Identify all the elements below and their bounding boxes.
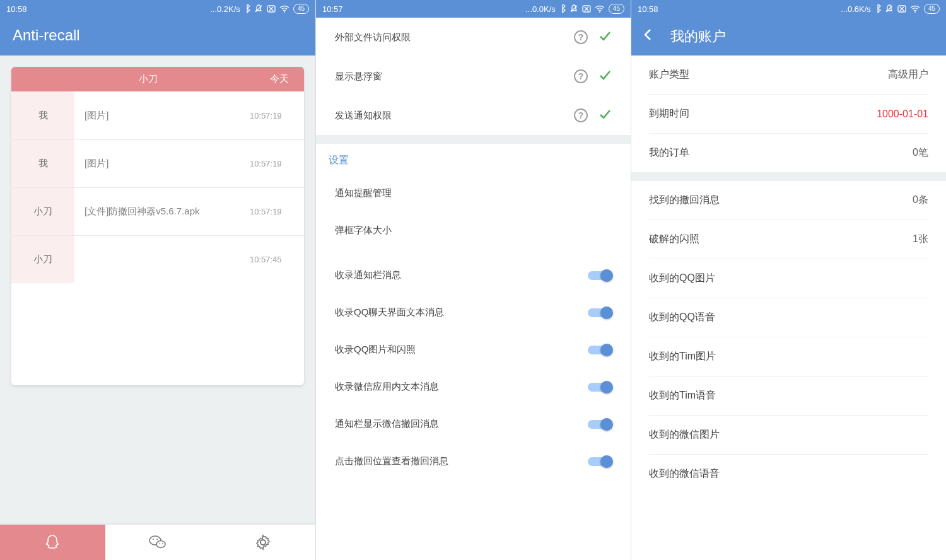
- nav-qq[interactable]: [0, 525, 105, 560]
- toggle-show-wechat-recall[interactable]: 通知栏显示微信撤回消息: [316, 405, 631, 443]
- message-row[interactable]: 我 [图片] 10:57:19: [11, 91, 304, 139]
- row-recalled-found[interactable]: 找到的撤回消息 0条: [631, 181, 946, 219]
- message-row[interactable]: 小刀 10:57:45: [11, 235, 304, 283]
- status-bar: 10:58 ...0.2K/s 45: [0, 0, 315, 18]
- msg-content: [文件]防撤回神器v5.6.7.apk: [74, 206, 250, 218]
- gear-icon: [255, 534, 271, 551]
- back-arrow-icon[interactable]: [641, 28, 655, 45]
- msg-time: 10:57:19: [250, 207, 304, 216]
- card-header: 小刀 今天: [11, 67, 304, 91]
- help-icon[interactable]: ?: [574, 30, 588, 44]
- battery-icon: 45: [609, 4, 624, 14]
- setting-font-size[interactable]: 弹框字体大小: [316, 212, 631, 249]
- app-title: Anti-recall: [13, 26, 303, 44]
- close-box-icon: [582, 5, 591, 13]
- mute-icon: [569, 4, 578, 13]
- settings-section-title: 设置: [316, 144, 631, 175]
- toggle-switch[interactable]: [588, 456, 612, 467]
- info-value: 1张: [913, 233, 928, 246]
- info-value: 0笔: [913, 146, 928, 160]
- bluetooth-icon: [244, 4, 250, 13]
- setting-notify-manage[interactable]: 通知提醒管理: [316, 175, 631, 212]
- toggle-record-wechat-text[interactable]: 收录微信应用内文本消息: [316, 368, 631, 405]
- status-icons: ...0.2K/s 45: [210, 4, 309, 14]
- toggle-switch[interactable]: [588, 382, 612, 393]
- screen-account: 10:58 ...0.6K/s 45 我的账户 账户类型 高级用户 到期时间 1…: [631, 0, 946, 560]
- status-icons: ...0.0K/s 45: [525, 4, 624, 14]
- row-qq-voice[interactable]: 收到的QQ语音: [631, 298, 946, 337]
- toggle-switch[interactable]: [588, 419, 612, 430]
- help-icon[interactable]: ?: [574, 69, 588, 83]
- status-time: 10:58: [6, 4, 27, 14]
- toggle-record-notification[interactable]: 收录通知栏消息: [316, 257, 631, 294]
- info-value: 高级用户: [888, 68, 928, 81]
- msg-time: 10:57:19: [250, 111, 304, 120]
- wifi-icon: [910, 5, 920, 13]
- mute-icon: [254, 4, 263, 13]
- info-label: 账户类型: [649, 68, 689, 81]
- nav-settings[interactable]: [210, 525, 315, 560]
- close-box-icon: [267, 5, 276, 13]
- perm-label: 显示悬浮窗: [335, 71, 382, 83]
- row-orders[interactable]: 我的订单 0笔: [631, 134, 946, 172]
- main-body: 小刀 今天 我 [图片] 10:57:19 我 [图片] 10:57:19 小刀…: [0, 55, 315, 525]
- row-tim-voice[interactable]: 收到的Tim语音: [631, 376, 946, 415]
- help-icon[interactable]: ?: [574, 108, 588, 122]
- message-row[interactable]: 我 [图片] 10:57:19: [11, 139, 304, 187]
- toggle-record-qq-image[interactable]: 收录QQ图片和闪照: [316, 331, 631, 368]
- msg-content: [图片]: [74, 110, 250, 122]
- row-expiry[interactable]: 到期时间 1000-01-01: [631, 95, 946, 133]
- info-value: 0条: [913, 194, 928, 207]
- row-wechat-voice[interactable]: 收到的微信语音: [631, 455, 946, 493]
- account-body[interactable]: 账户类型 高级用户 到期时间 1000-01-01 我的订单 0笔 找到的撤回消…: [631, 55, 946, 560]
- info-label: 到期时间: [649, 107, 689, 120]
- perm-overlay[interactable]: 显示悬浮窗 ?: [316, 57, 631, 96]
- message-row[interactable]: 小刀 [文件]防撤回神器v5.6.7.apk 10:57:19: [11, 187, 304, 235]
- row-wechat-images[interactable]: 收到的微信图片: [631, 416, 946, 454]
- row-cracked-flash[interactable]: 破解的闪照 1张: [631, 220, 946, 259]
- toggle-record-qq-text[interactable]: 收录QQ聊天界面文本消息: [316, 294, 631, 331]
- mute-icon: [885, 4, 894, 13]
- check-icon: [598, 68, 612, 85]
- check-icon: [598, 29, 612, 45]
- info-value: 1000-01-01: [877, 108, 928, 120]
- app-header: Anti-recall: [0, 18, 315, 55]
- info-label: 收到的微信图片: [649, 428, 720, 441]
- bottom-nav: [0, 525, 315, 560]
- status-time: 10:58: [638, 4, 658, 14]
- perm-label: 发送通知权限: [335, 110, 392, 122]
- contact-name: 小刀: [26, 73, 270, 85]
- settings-body[interactable]: 外部文件访问权限 ? 显示悬浮窗 ? 发送通知权限 ? 设置 通知提醒管理 弹框…: [316, 18, 631, 560]
- row-account-type[interactable]: 账户类型 高级用户: [631, 55, 946, 94]
- toggle-switch[interactable]: [588, 344, 612, 356]
- toggle-switch[interactable]: [588, 270, 612, 281]
- battery-icon: 45: [293, 4, 309, 14]
- toggle-switch[interactable]: [588, 307, 612, 318]
- msg-content: [图片]: [74, 158, 250, 170]
- close-box-icon: [897, 5, 906, 13]
- perm-file-access[interactable]: 外部文件访问权限 ?: [316, 18, 631, 57]
- wechat-icon: [148, 534, 167, 551]
- info-label: 收到的Tim语音: [649, 389, 716, 402]
- info-label: 我的订单: [649, 146, 689, 160]
- screen-settings: 10:57 ...0.0K/s 45 外部文件访问权限 ? 显示悬浮窗 ? 发: [315, 0, 631, 560]
- divider: [631, 172, 946, 181]
- msg-time: 10:57:45: [250, 255, 304, 264]
- net-speed: ...0.6K/s: [841, 4, 871, 14]
- svg-point-2: [284, 11, 285, 13]
- card-empty-space: [11, 283, 304, 385]
- svg-point-5: [153, 539, 154, 540]
- status-bar: 10:57 ...0.0K/s 45: [316, 0, 631, 18]
- msg-sender: 小刀: [11, 236, 74, 283]
- row-qq-images[interactable]: 收到的QQ图片: [631, 259, 946, 298]
- nav-wechat[interactable]: [105, 525, 211, 560]
- bluetooth-icon: [559, 4, 566, 13]
- row-tim-images[interactable]: 收到的Tim图片: [631, 337, 946, 376]
- msg-sender: 我: [11, 91, 74, 139]
- perm-notification[interactable]: 发送通知权限 ?: [316, 96, 631, 135]
- msg-time: 10:57:19: [250, 159, 304, 168]
- toggle-click-view-recall[interactable]: 点击撤回位置查看撤回消息: [316, 443, 631, 480]
- page-title: 我的账户: [670, 27, 726, 46]
- info-label: 收到的微信语音: [649, 467, 720, 481]
- conversation-card[interactable]: 小刀 今天 我 [图片] 10:57:19 我 [图片] 10:57:19 小刀…: [11, 67, 304, 385]
